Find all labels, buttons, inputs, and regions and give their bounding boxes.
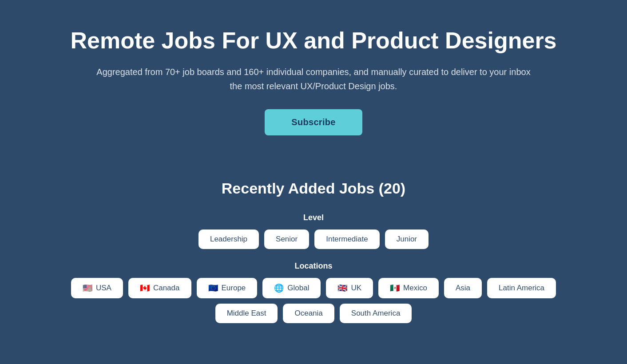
level-label: Level (44, 213, 583, 222)
location-buttons: 🇺🇸USA🇨🇦Canada🇪🇺Europe🌐Global🇬🇧UK🇲🇽Mexico… (44, 278, 583, 323)
location-filter-button[interactable]: Asia (444, 278, 482, 298)
flag-icon: 🇨🇦 (140, 283, 150, 293)
level-filter-button[interactable]: Leadership (198, 229, 259, 249)
flag-icon: 🇬🇧 (337, 283, 347, 293)
location-label: South America (351, 309, 401, 318)
location-label: Canada (153, 284, 180, 293)
locations-label: Locations (44, 261, 583, 271)
level-filter-button[interactable]: Junior (385, 229, 429, 249)
subscribe-button[interactable]: Subscribe (265, 109, 362, 135)
location-filter-button[interactable]: 🌐Global (262, 278, 321, 298)
location-label: Europe (222, 284, 246, 293)
level-filter-button[interactable]: Senior (264, 229, 309, 249)
subtitle: Aggregated from 70+ job boards and 160+ … (91, 65, 536, 93)
location-filter-button[interactable]: 🇪🇺Europe (197, 278, 258, 298)
main-title: Remote Jobs For UX and Product Designers (44, 27, 583, 54)
location-label: Oceania (294, 309, 322, 318)
flag-icon: 🇺🇸 (83, 283, 92, 293)
jobs-section: Recently Added Jobs (20) Level Leadershi… (0, 153, 627, 353)
location-filter-button[interactable]: Middle East (215, 304, 278, 323)
locations-filter-group: Locations 🇺🇸USA🇨🇦Canada🇪🇺Europe🌐Global🇬🇧… (44, 261, 583, 323)
hero-section: Remote Jobs For UX and Product Designers… (0, 0, 627, 153)
flag-icon: 🇪🇺 (208, 283, 218, 293)
flag-icon: 🇲🇽 (390, 283, 400, 293)
jobs-section-title: Recently Added Jobs (20) (44, 180, 583, 197)
location-filter-button[interactable]: Latin America (487, 278, 556, 298)
location-label: Mexico (403, 284, 427, 293)
location-filter-button[interactable]: South America (340, 304, 412, 323)
location-filter-button[interactable]: 🇲🇽Mexico (378, 278, 439, 298)
flag-icon: 🌐 (274, 283, 284, 293)
location-label: UK (351, 284, 361, 293)
level-filter-button[interactable]: Intermediate (314, 229, 380, 249)
location-filter-button[interactable]: 🇨🇦Canada (128, 278, 191, 298)
location-label: Middle East (227, 309, 266, 318)
location-filter-button[interactable]: 🇬🇧UK (326, 278, 373, 298)
level-filter-group: Level LeadershipSeniorIntermediateJunior (44, 213, 583, 249)
level-buttons: LeadershipSeniorIntermediateJunior (44, 229, 583, 249)
location-filter-button[interactable]: Oceania (283, 304, 334, 323)
location-label: USA (96, 284, 111, 293)
location-label: Global (287, 284, 309, 293)
location-label: Asia (456, 284, 470, 293)
location-filter-button[interactable]: 🇺🇸USA (71, 278, 123, 298)
location-label: Latin America (499, 284, 544, 293)
